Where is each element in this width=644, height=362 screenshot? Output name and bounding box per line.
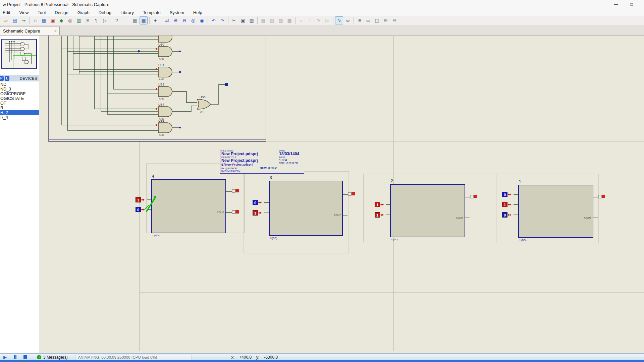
device-r[interactable]: R <box>0 106 39 110</box>
new-sheet-icon[interactable]: ≡ <box>84 16 92 24</box>
menu-tool[interactable]: Tool <box>38 10 46 15</box>
logic-state-value[interactable]: 0 <box>253 200 258 205</box>
taskbar-strip <box>0 360 644 362</box>
goto-sheet-icon[interactable]: ⊞ <box>382 16 390 24</box>
subcircuit-block-4[interactable]: COUT <box>151 179 226 233</box>
pan-icon[interactable]: ⇄ <box>163 16 171 24</box>
zoom-in-icon[interactable]: ⊕ <box>172 16 180 24</box>
copy-icon[interactable]: ▣ <box>239 16 247 24</box>
menu-view[interactable]: View <box>19 10 29 15</box>
maximize-button[interactable]: □ <box>626 1 637 8</box>
pick-devices-button[interactable]: P <box>0 76 4 81</box>
tab-close-icon[interactable]: × <box>54 28 57 34</box>
logic-state-value[interactable]: 0 <box>502 212 507 218</box>
bill-of-materials-icon[interactable]: ¶ <box>92 16 100 24</box>
minimize-button[interactable]: — <box>610 1 622 8</box>
packaging-tool-icon[interactable]: ✎ <box>315 16 323 24</box>
subcircuit-block-3[interactable]: COUT <box>269 181 343 236</box>
decompose-icon[interactable]: ▷ <box>323 16 331 24</box>
menu-graph[interactable]: Graph <box>77 10 90 15</box>
make-device-icon[interactable]: ! <box>306 16 314 24</box>
gerber-viewer-icon[interactable]: ◎ <box>66 16 74 24</box>
logic-state-toggle[interactable]: 0◆◆ <box>136 207 144 212</box>
device-ogicprobe[interactable]: OGICPROBE <box>0 92 39 96</box>
block-delete-icon[interactable]: ▩ <box>285 16 293 24</box>
menu-design[interactable]: Design <box>55 10 68 15</box>
tab-schematic-capture[interactable]: Schematic Capture × <box>0 26 60 35</box>
logic-state-toggle[interactable]: 1◆◆ <box>375 202 383 207</box>
design-rule-icon[interactable]: ▭ <box>364 16 372 24</box>
stop-button[interactable] <box>23 354 27 360</box>
logic-state-toggle[interactable]: 1◆◆ <box>502 202 511 207</box>
message-count[interactable]: 3 Message(s) <box>43 355 68 360</box>
property-assignment-icon[interactable]: ≡ <box>356 16 364 24</box>
schematic-capture-icon[interactable]: ▦ <box>40 16 48 24</box>
paste-icon[interactable]: ▥ <box>248 16 256 24</box>
snap-grid-icon[interactable]: ▦ <box>140 16 148 24</box>
logic-state-value[interactable]: 0 <box>136 207 141 212</box>
menu-debug[interactable]: Debug <box>99 10 111 15</box>
logic-state-toggle[interactable]: 0◆◆ <box>253 200 261 205</box>
subcircuit-block-2[interactable]: COUT <box>390 184 465 237</box>
message-info-icon[interactable]: i <box>37 355 41 359</box>
device-ogicstate[interactable]: OGICSTATE <box>0 96 39 101</box>
zoom-out-icon[interactable]: ⊖ <box>180 16 189 24</box>
open-project-icon[interactable]: ▱ <box>2 16 10 24</box>
tab-bar: Schematic Capture × <box>0 25 644 36</box>
block-rotate-icon[interactable]: ▨ <box>277 16 285 24</box>
undo-icon[interactable]: ↶ <box>210 16 218 24</box>
device-r_2[interactable]: R_2 <box>0 110 39 115</box>
design-explorer-icon[interactable]: ▥ <box>75 16 83 24</box>
logic-state-value[interactable]: 1 <box>253 210 258 216</box>
logic-state-value[interactable]: 1 <box>136 197 141 202</box>
menu-template[interactable]: Template <box>143 10 161 15</box>
logic-state-value[interactable]: 1 <box>375 212 380 218</box>
toggle-grid-icon[interactable]: ▦ <box>131 16 139 24</box>
wire-autorouter-icon[interactable]: ∿ <box>335 16 343 24</box>
new-root-sheet-icon[interactable]: ◫ <box>373 16 381 24</box>
logic-state-toggle[interactable]: 0◆◆ <box>502 212 511 218</box>
origin-icon[interactable]: + <box>151 16 159 24</box>
play-button[interactable]: ▶ <box>3 354 7 360</box>
menu-edit[interactable]: Edit <box>3 10 10 15</box>
pcb-layout-icon[interactable]: ▣ <box>49 16 57 24</box>
device-nd[interactable]: ND <box>0 82 39 87</box>
save-project-icon[interactable]: ▤ <box>11 16 19 24</box>
zoom-area-icon[interactable]: ◎ <box>189 16 197 24</box>
menu-system[interactable]: System <box>170 10 184 15</box>
block-move-icon[interactable]: ▧ <box>268 16 276 24</box>
menu-library[interactable]: Library <box>120 10 134 15</box>
logic-state-toggle[interactable]: 0◆◆ <box>502 192 511 197</box>
3d-viewer-icon[interactable]: ◆ <box>57 16 65 24</box>
help-icon[interactable]: ? <box>113 16 121 24</box>
import-project-icon[interactable]: ⇥ <box>19 16 28 24</box>
device-ot[interactable]: OT <box>0 101 39 106</box>
logic-state-value[interactable]: 1 <box>375 202 380 207</box>
title-block-right: DATE: 18/03/1404 PAGE: 1 of 6 TIME: 12:2… <box>278 149 304 173</box>
pause-button[interactable] <box>13 354 17 360</box>
redo-icon[interactable]: ↷ <box>218 16 226 24</box>
device-r_4[interactable]: R_4 <box>0 115 39 120</box>
logic-state-toggle[interactable]: 1◆◆ <box>375 212 383 218</box>
device-nd_3[interactable]: ND_3 <box>0 87 39 92</box>
pick-parts-icon[interactable]: ○ <box>297 16 305 24</box>
logic-state-value[interactable]: 0 <box>502 192 507 197</box>
logic-state-toggle[interactable]: 1◆◆ <box>253 210 261 216</box>
zoom-all-icon[interactable]: ◉ <box>198 16 206 24</box>
overview-minimap[interactable] <box>1 39 37 69</box>
rev-value: REV: @REV <box>260 166 277 170</box>
logic-state-value[interactable]: 1 <box>502 202 507 207</box>
library-button[interactable]: L <box>5 76 9 81</box>
search-tag-icon[interactable]: ∞ <box>344 16 352 24</box>
menu-help[interactable]: Help <box>193 10 202 15</box>
zoom-sheet-icon[interactable]: ⊟ <box>390 16 398 24</box>
logic-state-toggle[interactable]: 1◆◆ <box>136 197 144 202</box>
block-copy-icon[interactable]: ▦ <box>259 16 267 24</box>
electrical-report-icon[interactable]: ▷ <box>101 16 109 24</box>
subcircuit-block-1[interactable]: COUT <box>518 185 593 238</box>
toggle-arrow-icon: ◆◆ <box>508 214 511 216</box>
toolbar-separator <box>228 17 228 24</box>
menu-bar: EditViewToolDesignGraphDebugLibraryTempl… <box>0 9 644 16</box>
cut-icon[interactable]: ✂ <box>230 16 238 24</box>
home-icon[interactable]: ⌂ <box>31 16 39 24</box>
